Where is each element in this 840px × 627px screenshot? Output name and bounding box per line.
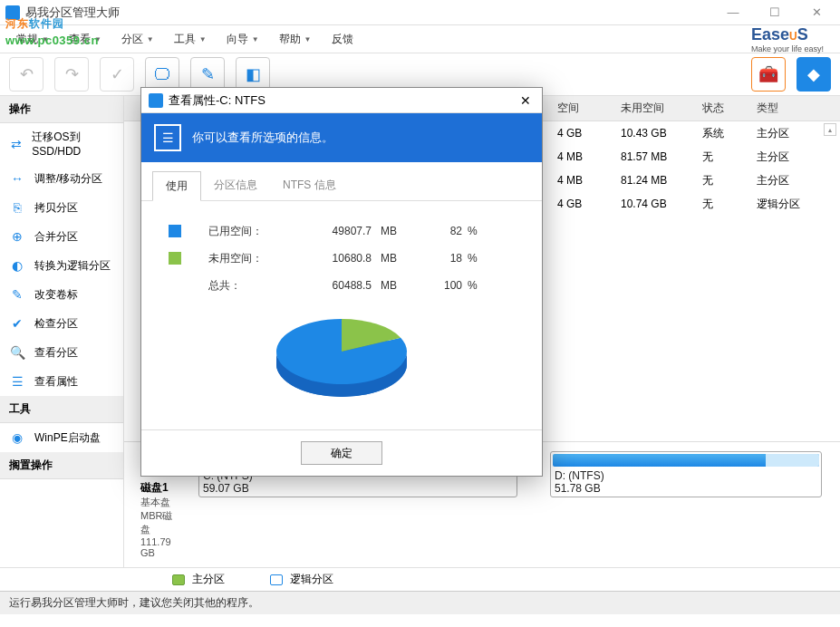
dialog-close-button[interactable]: ✕ xyxy=(517,93,535,108)
used-swatch xyxy=(169,225,181,237)
ok-button[interactable]: 确定 xyxy=(301,441,382,465)
dialog-icon xyxy=(149,93,163,108)
dialog-hero: ☰ 你可以查看所选项的信息。 xyxy=(141,113,542,162)
dialog-hero-text: 你可以查看所选项的信息。 xyxy=(192,130,333,146)
row-total: 总共： 60488.5 MB 100 % xyxy=(169,272,515,299)
free-swatch xyxy=(169,252,181,265)
properties-dialog: 查看属性-C: NTFS ✕ ☰ 你可以查看所选项的信息。 使用 分区信息 NT… xyxy=(140,87,543,477)
dialog-tabs: 使用 分区信息 NTFS 信息 xyxy=(141,171,542,201)
tab-ntfs-info[interactable]: NTFS 信息 xyxy=(270,171,349,200)
tab-partition-info[interactable]: 分区信息 xyxy=(201,171,270,200)
row-free: 未用空间： 10680.8 MB 18 % xyxy=(169,245,515,272)
pie-chart xyxy=(169,308,515,408)
dialog-title: 查看属性-C: NTFS xyxy=(169,92,517,109)
info-icon: ☰ xyxy=(154,124,181,151)
row-used: 已用空间： 49807.7 MB 82 % xyxy=(169,217,515,245)
modal-overlay: 查看属性-C: NTFS ✕ ☰ 你可以查看所选项的信息。 使用 分区信息 NT… xyxy=(0,0,840,627)
tab-usage[interactable]: 使用 xyxy=(152,171,201,201)
